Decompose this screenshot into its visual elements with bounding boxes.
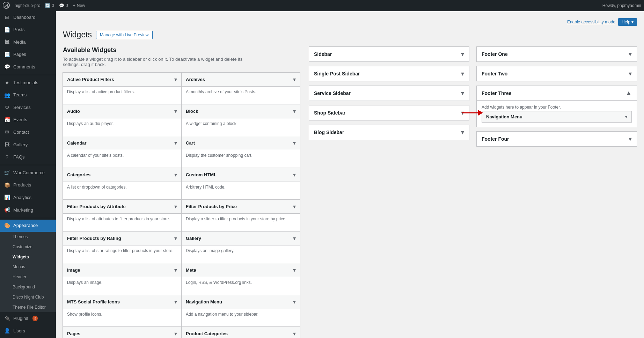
widget-mts-social-header[interactable]: MTS Social Profile Icons ▾ (63, 295, 181, 309)
widget-title: Audio (67, 109, 80, 114)
nested-widget-header[interactable]: Navigation Menu ▾ (482, 111, 631, 122)
widget-block-header[interactable]: Block ▾ (182, 104, 300, 118)
sidebar-item-woocommerce[interactable]: 🛒WooCommerce (0, 167, 56, 179)
widget-product-categories-header[interactable]: Product Categories ▾ (182, 327, 300, 338)
sidebar-item-services[interactable]: ⚙Services (0, 101, 56, 114)
sidebar-item-dashboard[interactable]: ⊞Dashboard (0, 11, 56, 24)
menus-link[interactable]: Menus (0, 262, 56, 272)
help-button[interactable]: Help ▾ (618, 18, 637, 26)
widget-calendar-header[interactable]: Calendar ▾ (63, 136, 181, 150)
widget-filter-products-rating-header[interactable]: Filter Products by Rating ▾ (63, 232, 181, 245)
sidebar-item-teams[interactable]: 👥Teams (0, 89, 56, 102)
sidebar-item-label: Media (13, 39, 25, 45)
submenu-header[interactable]: Header (0, 272, 56, 282)
widget-active-product-filters-header[interactable]: Active Product Filters ▾ (63, 73, 181, 87)
sidebar-title: Single Post Sidebar (314, 71, 360, 76)
updates-item[interactable]: 🔄 3 (45, 3, 54, 8)
submenu-widgets[interactable]: Widgets (0, 252, 56, 262)
widget-pages: Pages ▾ A list of your site's Pages. (63, 326, 182, 338)
widget-custom-html-header[interactable]: Custom HTML ▾ (182, 168, 300, 182)
widget-toggle-icon: ▾ (293, 171, 296, 178)
sidebar-sidebar-header[interactable]: Sidebar ▾ (309, 47, 469, 61)
sidebar-item-products[interactable]: 📦Products (0, 179, 56, 192)
sidebar-item-gallery[interactable]: 🖼Gallery (0, 139, 56, 151)
disco-night-club-link[interactable]: Disco Night Club (0, 292, 56, 302)
widget-categories-header[interactable]: Categories ▾ (63, 168, 181, 182)
sidebar-item-plugins[interactable]: 🔌 Plugins 3 (0, 312, 56, 325)
sidebar-item-posts[interactable]: 📄Posts (0, 24, 56, 36)
widgets-link[interactable]: Widgets (0, 252, 56, 262)
sidebar-item-comments[interactable]: 💬Comments (0, 61, 56, 73)
widget-title: Archives (186, 77, 205, 82)
sidebar-item-media[interactable]: 🖼Media (0, 36, 56, 49)
wp-logo-icon[interactable] (3, 2, 10, 10)
faqs-icon: ? (3, 154, 10, 161)
sidebar-item-events[interactable]: 📅Events (0, 114, 56, 126)
background-link[interactable]: Background (0, 282, 56, 292)
widget-toggle-icon: ▾ (174, 299, 177, 305)
sidebar-item-faqs[interactable]: ?FAQs (0, 151, 56, 164)
widget-toggle-icon: ▾ (293, 267, 296, 273)
widget-navigation-menu: Navigation Menu ▾ Add a navigation menu … (181, 295, 300, 327)
submenu-background[interactable]: Background (0, 282, 56, 292)
widget-meta-header[interactable]: Meta ▾ (182, 263, 300, 277)
sidebar-footer-three-content: Add widgets here to appear in your Foote… (477, 100, 637, 127)
sidebar-item-testimonials[interactable]: ★Testimonials (0, 76, 56, 89)
sidebar-item-contact[interactable]: ✉Contact (0, 126, 56, 139)
comments-item[interactable]: 💬 0 (59, 3, 68, 8)
sidebar-blog: Blog Sidebar ▾ (309, 125, 469, 140)
sidebar-item-analytics[interactable]: 📊Analytics (0, 191, 56, 204)
sidebar-footer-three-header[interactable]: Footer Three ▲ (477, 86, 637, 100)
widget-cart-header[interactable]: Cart ▾ (182, 136, 300, 150)
sidebar-toggle-icon: ▾ (629, 50, 632, 58)
widget-archives-header[interactable]: Archives ▾ (182, 73, 300, 87)
sidebar-footer-two-header[interactable]: Footer Two ▾ (477, 66, 637, 81)
sidebar-title: Service Sidebar (314, 90, 351, 96)
sidebar-service-header[interactable]: Service Sidebar ▾ (309, 86, 469, 101)
widget-navigation-menu-header[interactable]: Navigation Menu ▾ (182, 295, 300, 309)
theme-file-editor-link[interactable]: Theme File Editor (0, 302, 56, 313)
widget-desc: Display a slider to filter products in y… (182, 214, 300, 231)
header-link[interactable]: Header (0, 272, 56, 282)
available-widgets-heading: Available Widgets (63, 46, 300, 54)
widget-gallery-header[interactable]: Gallery ▾ (182, 232, 300, 245)
site-name-item[interactable]: night-club-pro (15, 3, 40, 8)
widget-calendar: Calendar ▾ A calendar of your site's pos… (63, 136, 182, 168)
widget-toggle-icon: ▾ (293, 108, 296, 115)
sidebar-item-label: Comments (13, 64, 35, 70)
widget-audio-header[interactable]: Audio ▾ (63, 104, 181, 118)
new-label: New (77, 3, 85, 8)
sidebar-item-appearance[interactable]: 🎨Appearance Themes Customize Widgets Men… (0, 220, 56, 313)
submenu-disco-night-club[interactable]: Disco Night Club (0, 292, 56, 302)
manage-preview-button[interactable]: Manage with Live Preview (96, 31, 152, 39)
widget-filter-products-price-header[interactable]: Filter Products by Price ▾ (182, 200, 300, 214)
submenu-customize[interactable]: Customize (0, 242, 56, 252)
widget-filter-products-attribute-header[interactable]: Filter Products by Attribute ▾ (63, 200, 181, 214)
pages-icon: 📃 (3, 51, 10, 58)
submenu-theme-file-editor[interactable]: Theme File Editor (0, 302, 56, 313)
sidebar-item-label: Plugins (13, 315, 28, 322)
submenu-themes[interactable]: Themes (0, 232, 56, 242)
sidebar-footer-one-header[interactable]: Footer One ▾ (477, 47, 637, 61)
widget-meta: Meta ▾ Login, RSS, & WordPress.org links… (181, 263, 300, 295)
widget-image-header[interactable]: Image ▾ (63, 263, 181, 277)
sidebar-item-users[interactable]: 👤Users (0, 325, 56, 337)
widget-desc: Add a navigation menu to your sidebar. (182, 309, 300, 326)
widget-cart: Cart ▾ Display the customer shopping car… (181, 136, 300, 168)
submenu-menus[interactable]: Menus (0, 262, 56, 272)
widget-desc: Login, RSS, & WordPress.org links. (182, 277, 300, 295)
enable-accessibility-link[interactable]: Enable accessibility mode (567, 20, 615, 24)
new-content-item[interactable]: + New (73, 3, 85, 8)
sidebar-footer-four-header[interactable]: Footer Four ▾ (477, 132, 637, 146)
customize-link[interactable]: Customize (0, 242, 56, 252)
sidebar-single-post-header[interactable]: Single Post Sidebar ▾ (309, 66, 469, 81)
themes-link[interactable]: Themes (0, 232, 56, 242)
sidebar-blog-header[interactable]: Blog Sidebar ▾ (309, 125, 469, 140)
sidebar-item-pages[interactable]: 📃Pages (0, 49, 56, 61)
widget-pages-header[interactable]: Pages ▾ (63, 327, 181, 338)
sidebar-shop-header[interactable]: Shop Sidebar ▾ (309, 105, 469, 120)
main-content: Enable accessibility mode Help ▾ Widgets… (56, 11, 644, 338)
admin-menu: ⊞Dashboard 📄Posts 🖼Media 📃Pages 💬Comment… (0, 11, 56, 337)
sidebar-item-marketing[interactable]: 📢Marketing (0, 204, 56, 216)
sidebar-item-label: Users (13, 328, 25, 334)
